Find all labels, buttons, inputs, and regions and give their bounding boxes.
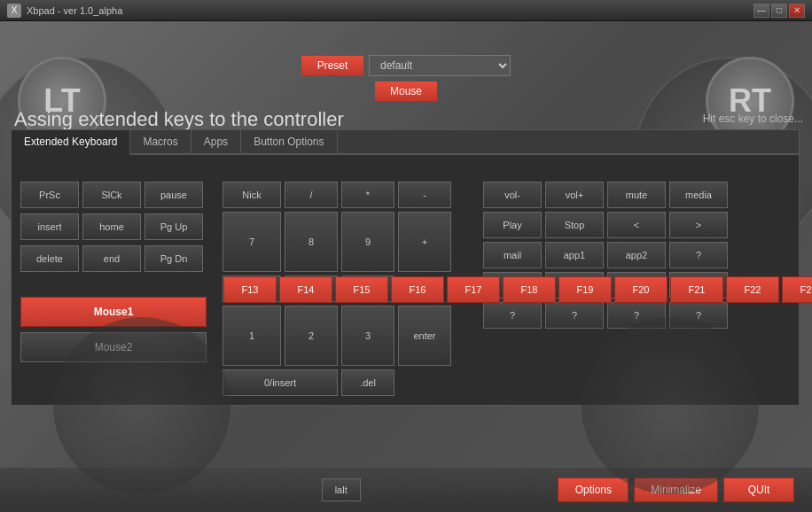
fkeys-section: F13F14F15F16F17F18F19F20F21F22F23F24 [31, 276, 812, 303]
maximize-button[interactable]: □ [771, 4, 787, 18]
tab-macros[interactable]: Macros [130, 130, 191, 153]
key-f16[interactable]: F16 [391, 276, 444, 303]
app-title: Xbpad - ver 1.0_alpha [27, 5, 122, 16]
window-controls: — □ ✕ [753, 4, 805, 18]
key-pgdn[interactable]: Pg Dn [144, 245, 203, 272]
key-enter[interactable]: enter [398, 306, 451, 366]
key-q6[interactable]: ? [483, 302, 542, 329]
key-f13[interactable]: F13 [223, 276, 277, 303]
key-mute[interactable]: mute [607, 182, 666, 208]
key-insert[interactable]: insert [20, 213, 79, 240]
left-row1: PrSc SlCk pause [20, 182, 215, 208]
options-button[interactable]: Options [558, 477, 629, 502]
key-media[interactable]: media [669, 182, 728, 208]
key-2[interactable]: 2 [285, 306, 338, 366]
mouse-button[interactable]: Mouse [375, 81, 437, 101]
deco-bottom-right [582, 317, 759, 494]
key-app2[interactable]: app2 [607, 242, 666, 268]
close-button[interactable]: ✕ [789, 4, 805, 18]
key-app1[interactable]: app1 [545, 242, 604, 268]
key-plus[interactable]: + [398, 212, 451, 272]
right-row2: mail app1 app2 ? [483, 242, 728, 268]
numpad-row0: Nick / * - [223, 182, 451, 208]
key-mail[interactable]: mail [483, 242, 542, 268]
minimize-button[interactable]: — [753, 4, 769, 18]
key-f22[interactable]: F22 [726, 276, 779, 303]
preset-select[interactable]: default [369, 55, 511, 76]
key-vol-[interactable]: vol- [483, 182, 542, 208]
bottom-center: lalt [322, 478, 361, 501]
app-icon: X [7, 4, 21, 18]
key-3[interactable]: 3 [341, 306, 394, 366]
key-0ins[interactable]: 0/insert [223, 369, 338, 396]
key-8[interactable]: 8 [285, 212, 338, 272]
tab-bar: Extended Keyboard Macros Apps Button Opt… [12, 130, 799, 155]
key-del[interactable]: .del [341, 369, 394, 396]
key-div[interactable]: / [285, 182, 338, 208]
key-minus[interactable]: - [398, 182, 451, 208]
key-pause[interactable]: pause [144, 182, 203, 208]
key-f21[interactable]: F21 [670, 276, 723, 303]
quit-button[interactable]: QUIt [723, 477, 794, 502]
key-f15[interactable]: F15 [335, 276, 388, 303]
page-title: Assing extended keys to the controller [14, 108, 344, 131]
title-bar: X Xbpad - ver 1.0_alpha — □ ✕ [0, 0, 812, 21]
key-home[interactable]: home [82, 213, 141, 240]
tab-extended-keyboard[interactable]: Extended Keyboard [12, 130, 130, 155]
key-nick[interactable]: Nick [223, 182, 281, 208]
preset-button[interactable]: Preset [301, 56, 363, 75]
lalt-button[interactable]: lalt [322, 478, 361, 501]
key-end[interactable]: end [82, 245, 141, 272]
key-f18[interactable]: F18 [503, 276, 556, 303]
preset-row: Preset default [301, 55, 511, 76]
key-f20[interactable]: F20 [614, 276, 668, 303]
key-f17[interactable]: F17 [447, 276, 500, 303]
key-q1[interactable]: ? [669, 242, 728, 268]
key-delete[interactable]: delete [20, 245, 79, 272]
left-row3: delete end Pg Dn [20, 245, 215, 272]
key-slck[interactable]: SlCk [82, 182, 141, 208]
key-f14[interactable]: F14 [279, 276, 332, 303]
key-play[interactable]: Play [483, 212, 542, 238]
numpad-row1: 7 8 9 + [223, 212, 451, 272]
key-7[interactable]: 7 [223, 212, 281, 272]
main-background: LT RT Preset default Mouse Assing extend… [0, 21, 812, 512]
deco-bottom-left [53, 317, 230, 494]
key-q7[interactable]: ? [545, 302, 604, 329]
top-controls: Preset default Mouse [301, 55, 511, 101]
key-vol+[interactable]: vol+ [545, 182, 604, 208]
key-pgup[interactable]: Pg Up [144, 213, 203, 240]
key-prsc[interactable]: PrSc [20, 182, 79, 208]
key-1[interactable]: 1 [223, 306, 281, 366]
numpad-row4: 0/insert .del [223, 369, 451, 396]
key-9[interactable]: 9 [341, 212, 394, 272]
esc-hint: Hit esc key to close... [703, 112, 803, 125]
key-stop[interactable]: Stop [545, 212, 604, 238]
key-prev[interactable]: < [607, 212, 666, 238]
right-row1: Play Stop < > [483, 212, 728, 238]
key-next[interactable]: > [669, 212, 728, 238]
key-mul[interactable]: * [341, 182, 394, 208]
key-f19[interactable]: F19 [558, 276, 612, 303]
tab-button-options[interactable]: Button Options [241, 130, 337, 153]
key-f23[interactable]: F23 [782, 276, 812, 303]
right-row0: vol- vol+ mute media [483, 182, 728, 208]
left-row2: insert home Pg Up [20, 213, 215, 240]
tab-apps[interactable]: Apps [191, 130, 241, 153]
numpad-row3: 1 2 3 enter [223, 306, 451, 366]
